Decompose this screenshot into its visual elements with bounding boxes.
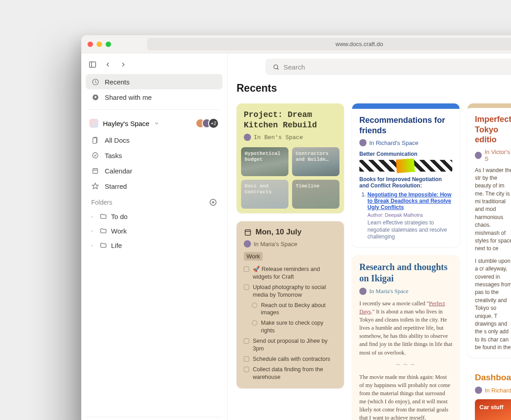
svg-point-6 bbox=[93, 153, 98, 158]
main-area: Search Recents Project: Dream Kitchen Re… bbox=[228, 53, 511, 420]
body-text: The movie made me think again: Most of m… bbox=[359, 373, 452, 420]
sidebar-toggle-icon[interactable] bbox=[88, 61, 97, 69]
space-switcher[interactable]: Hayley's Space +2 bbox=[86, 114, 223, 132]
tile[interactable]: Docs and Contracts bbox=[241, 180, 288, 209]
chevron-right-icon: › bbox=[91, 214, 96, 219]
body-text: I recently saw a movie called "Perfect D… bbox=[359, 299, 452, 357]
nav-starred[interactable]: Starred bbox=[86, 178, 223, 194]
chevron-down-icon bbox=[154, 121, 159, 126]
avatar bbox=[359, 288, 367, 295]
search-input[interactable]: Search bbox=[265, 59, 511, 75]
tile[interactable]: Hypothetical budget bbox=[241, 147, 288, 176]
card-space: In Maria's Space bbox=[359, 288, 452, 295]
card-kitchen[interactable]: Project: Dream Kitchen Rebuild In Ben's … bbox=[237, 103, 344, 213]
card-title: Dashboard bbox=[475, 372, 511, 383]
svg-rect-7 bbox=[93, 168, 98, 173]
member-avatars[interactable]: +2 bbox=[199, 118, 219, 129]
nav-label: All Docs bbox=[105, 136, 130, 144]
space-name: Hayley's Space bbox=[103, 120, 149, 127]
folder-todo[interactable]: › To do bbox=[86, 209, 223, 224]
svg-line-16 bbox=[277, 68, 279, 70]
folder-life[interactable]: › Life bbox=[86, 238, 223, 252]
svg-rect-0 bbox=[89, 62, 96, 67]
import-button[interactable]: Import bbox=[86, 417, 223, 420]
avatar-overflow-badge: +2 bbox=[208, 118, 219, 129]
card-space: In Richard's Space bbox=[359, 139, 452, 146]
checkbox[interactable] bbox=[252, 303, 257, 308]
folders-label: Folders bbox=[91, 199, 112, 206]
calendar-icon bbox=[244, 228, 252, 236]
nav-label: Starred bbox=[105, 182, 127, 190]
card-title: Mon, 10 July bbox=[256, 228, 302, 237]
body-text: I stumble upon a cr alleyway, covered in… bbox=[475, 257, 511, 352]
checkbox[interactable] bbox=[244, 266, 249, 272]
nav-calendar[interactable]: Calendar bbox=[86, 163, 223, 178]
nav-label: Calendar bbox=[105, 167, 132, 175]
nav-all-docs[interactable]: All Docs bbox=[86, 132, 223, 148]
checkbox[interactable] bbox=[244, 338, 249, 344]
space-icon bbox=[89, 119, 98, 128]
folder-label: To do bbox=[111, 213, 128, 220]
nav-label: Tasks bbox=[105, 152, 122, 159]
book-link[interactable]: Negotiating the Impossible: How to Break… bbox=[367, 191, 451, 210]
divider: ～～～ bbox=[359, 360, 452, 369]
avatar bbox=[475, 152, 482, 159]
tag: Work bbox=[244, 252, 263, 261]
avatar bbox=[475, 387, 482, 394]
tile[interactable]: Contractors and Builde… bbox=[292, 147, 339, 176]
add-folder-button[interactable] bbox=[209, 198, 217, 206]
share-icon bbox=[91, 93, 99, 101]
decorative-image bbox=[359, 160, 452, 172]
task-list: 🚀 Release reminders and widgets for Craf… bbox=[244, 264, 337, 382]
folder-work[interactable]: › Work bbox=[86, 224, 223, 238]
folder-label: Work bbox=[111, 227, 127, 235]
sidebar: Recents Shared with me Hayley's Space +2 bbox=[81, 53, 228, 420]
search-icon bbox=[272, 63, 280, 71]
folder-label: Life bbox=[111, 242, 122, 249]
avatar bbox=[359, 139, 367, 146]
card-space: In Richard bbox=[475, 387, 511, 394]
maximize-window-button[interactable] bbox=[106, 42, 111, 47]
close-window-button[interactable] bbox=[88, 42, 93, 47]
checkbox[interactable] bbox=[244, 285, 249, 290]
tile[interactable]: Timeline bbox=[292, 180, 339, 209]
nav-tasks[interactable]: Tasks bbox=[86, 148, 223, 163]
chevron-right-icon: › bbox=[91, 243, 96, 248]
svg-point-15 bbox=[274, 65, 278, 69]
check-icon bbox=[91, 151, 99, 159]
tile[interactable]: Car stuff bbox=[475, 399, 511, 420]
folder-icon bbox=[99, 212, 107, 220]
card-imperfection[interactable]: Imperfection: Tokyo editio In Victor's S… bbox=[468, 103, 511, 358]
calendar-icon bbox=[91, 167, 99, 175]
svg-marker-11 bbox=[92, 183, 98, 189]
section-heading: Books for Improved Negotiation and Confl… bbox=[359, 176, 452, 189]
forward-button[interactable] bbox=[119, 61, 127, 69]
card-title: Recommendations for friends bbox=[359, 115, 452, 135]
url-text: www.docs.craft.do bbox=[335, 41, 383, 47]
nav-recents[interactable]: Recents bbox=[86, 74, 223, 89]
doc-icon bbox=[91, 136, 99, 144]
titlebar: www.docs.craft.do bbox=[81, 35, 511, 53]
svg-rect-17 bbox=[245, 230, 251, 235]
card-ikigai[interactable]: Research and thoughts on Ikigai In Maria… bbox=[352, 255, 460, 420]
nav-label: Recents bbox=[105, 78, 130, 86]
chevron-right-icon: › bbox=[91, 228, 96, 233]
minimize-window-button[interactable] bbox=[97, 42, 102, 47]
url-bar[interactable]: www.docs.craft.do bbox=[147, 38, 511, 51]
star-icon bbox=[91, 182, 99, 190]
checkbox[interactable] bbox=[252, 320, 257, 326]
checkbox[interactable] bbox=[244, 367, 249, 372]
card-recommendations[interactable]: Recommendations for friends In Richard's… bbox=[352, 103, 460, 247]
card-dashboard[interactable]: Dashboard In Richard Car stuff Movies an… bbox=[468, 366, 511, 420]
section-heading: Better Communication bbox=[359, 151, 452, 157]
folder-icon bbox=[99, 241, 107, 249]
avatar bbox=[244, 134, 251, 141]
card-daily-note[interactable]: Mon, 10 July In Maria's Space Work 🚀 Rel… bbox=[237, 221, 344, 388]
checkbox[interactable] bbox=[244, 356, 249, 362]
folder-icon bbox=[99, 227, 107, 235]
nav-shared[interactable]: Shared with me bbox=[86, 89, 223, 105]
card-space: In Victor's S bbox=[475, 149, 511, 162]
book-desc: Learn effective strategies to negotiate … bbox=[367, 219, 452, 241]
back-button[interactable] bbox=[104, 61, 112, 69]
author: Author: Deepak Malhotra bbox=[367, 212, 452, 218]
